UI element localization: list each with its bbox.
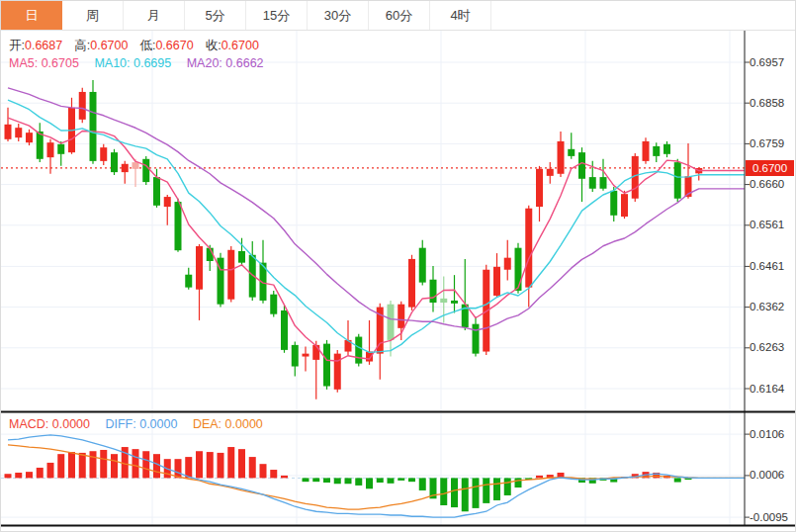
ma-row: MA5: 0.6705 MA10: 0.6695 MA20: 0.6662 xyxy=(9,56,276,70)
price-tick-label: 0.6362 xyxy=(750,301,784,313)
last-price-tag: 0.6700 xyxy=(746,160,794,176)
price-tick-label: 0.6561 xyxy=(750,219,784,231)
price-tick-label: 0.6461 xyxy=(750,260,784,273)
ohlc-row: 开:0.6687高:0.6700低:0.6670收:0.6700 xyxy=(9,38,271,54)
ma5-value: MA5: 0.6705 xyxy=(9,56,79,70)
chart-canvas[interactable] xyxy=(1,1,796,532)
macd-tick-label: -0.0095 xyxy=(750,511,788,524)
price-tick-label: 0.6263 xyxy=(750,341,784,354)
price-tick-label: 0.6759 xyxy=(750,137,784,150)
low-value: 0.6670 xyxy=(155,39,193,52)
macd-value: MACD: 0.0000 xyxy=(9,417,90,431)
macd-tick-label: 0.0106 xyxy=(750,428,784,441)
macd-tick-label: 0.0006 xyxy=(750,469,784,482)
open-label: 开: xyxy=(9,39,25,52)
open-value: 0.6687 xyxy=(25,39,62,52)
price-tick-label: 0.6858 xyxy=(750,97,784,110)
low-label: 低: xyxy=(139,39,155,52)
high-value: 0.6700 xyxy=(90,39,128,52)
price-tick-label: 0.6957 xyxy=(750,56,784,69)
diff-value: DIFF: 0.0000 xyxy=(105,417,177,431)
price-tick-label: 0.6660 xyxy=(750,178,784,191)
close-value: 0.6700 xyxy=(221,39,259,52)
price-tick-label: 0.6164 xyxy=(750,383,784,396)
high-label: 高: xyxy=(74,39,90,52)
dea-value: DEA: 0.0000 xyxy=(193,417,263,431)
ma10-value: MA10: 0.6695 xyxy=(94,56,171,70)
macd-header-row: MACD: 0.0000 DIFF: 0.0000 DEA: 0.0000 xyxy=(9,417,275,431)
trading-chart-window: 日 周 月 5分 15分 30分 60分 4时 开:0.6687高:0.6700… xyxy=(0,0,796,532)
ma20-value: MA20: 0.6662 xyxy=(187,56,264,70)
close-label: 收: xyxy=(206,39,221,52)
